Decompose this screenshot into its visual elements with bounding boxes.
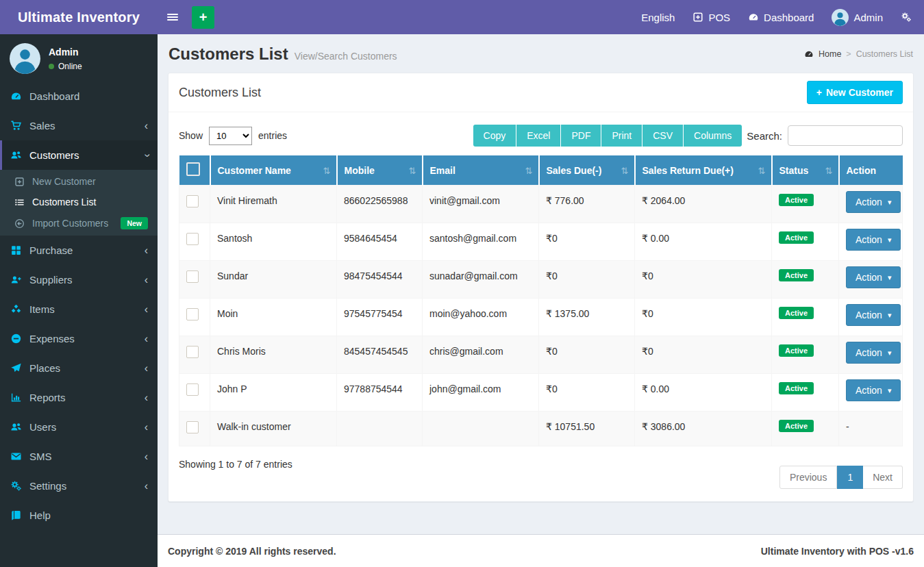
list-icon [14, 197, 25, 207]
sidebar-item-dashboard[interactable]: Dashboard [0, 81, 158, 111]
cell-email [423, 412, 539, 446]
chevron-left-icon: ‹ [145, 333, 148, 344]
new-customer-button[interactable]: + New Customer [807, 81, 903, 104]
sort-icon: ⇅ [323, 165, 331, 175]
sidebar-item-purchase[interactable]: Purchase ‹ [0, 236, 158, 265]
sidebar: Ultimate Inventory Admin Online Dashboar… [0, 0, 158, 567]
status-badge: Active [779, 231, 814, 244]
plus-square-icon [692, 12, 703, 23]
chevron-left-icon: ‹ [145, 392, 148, 403]
row-checkbox[interactable] [186, 421, 199, 433]
row-checkbox[interactable] [186, 233, 199, 245]
status-badge: Active [779, 307, 814, 319]
table-row: Sundar 98475454544 sunadar@gmail.com ₹0 … [179, 261, 903, 299]
column-mobile[interactable]: Mobile⇅ [337, 155, 423, 186]
copy-button[interactable]: Copy [473, 125, 516, 147]
print-button[interactable]: Print [601, 125, 642, 147]
cell-sales-return-due: ₹ 0.00 [635, 223, 772, 261]
breadcrumb: Home > Customers List [804, 49, 913, 59]
panel-title: Customers List [179, 86, 261, 100]
breadcrumb-home[interactable]: Home [819, 49, 841, 59]
sort-icon: ⇅ [621, 165, 629, 175]
sidebar-item-users[interactable]: Users ‹ [0, 412, 158, 442]
dashboard-icon [748, 12, 759, 23]
action-button[interactable]: Action▾ [846, 379, 901, 401]
sidebar-item-expenses[interactable]: Expenses ‹ [0, 324, 158, 353]
previous-page-button[interactable]: Previous [779, 466, 837, 489]
action-button[interactable]: Action▾ [846, 191, 901, 213]
table-row: Vinit Hiremath 866022565988 vinit@gmail.… [179, 186, 903, 223]
select-all-header[interactable] [179, 155, 210, 186]
caret-down-icon: ▾ [888, 236, 892, 244]
column-email[interactable]: Email⇅ [423, 155, 539, 186]
search-input[interactable] [788, 125, 903, 146]
row-checkbox[interactable] [186, 383, 199, 396]
sidebar-item-reports[interactable]: Reports ‹ [0, 383, 158, 412]
sidebar-subitem-import-customers[interactable]: Import Customers New [0, 212, 158, 234]
row-checkbox[interactable] [186, 195, 199, 207]
action-button[interactable]: Action▾ [846, 229, 901, 251]
sidebar-item-settings[interactable]: Settings ‹ [0, 471, 158, 501]
sidebar-item-sms[interactable]: SMS ‹ [0, 442, 158, 471]
sidebar-subitem-customers-list[interactable]: Customers List [0, 192, 158, 212]
cart-icon [10, 120, 22, 131]
sidebar-subitem-new-customer[interactable]: New Customer [0, 171, 158, 192]
action-button[interactable]: Action▾ [846, 342, 901, 364]
column-sales-return-due[interactable]: Sales Return Due(+)⇅ [635, 155, 772, 186]
column-sales-due[interactable]: Sales Due(-)⇅ [539, 155, 635, 186]
next-page-button[interactable]: Next [863, 466, 903, 489]
cell-sales-due: ₹ 1375.00 [539, 299, 635, 336]
row-checkbox[interactable] [186, 346, 199, 358]
sidebar-item-customers[interactable]: Customers ‹ [0, 140, 158, 170]
gears-icon [10, 480, 22, 492]
row-checkbox[interactable] [186, 270, 199, 283]
book-icon [10, 509, 22, 521]
plus-square-icon [14, 177, 25, 187]
select-all-checkbox[interactable] [186, 162, 200, 176]
action-button[interactable]: Action▾ [846, 304, 901, 326]
chevron-left-icon: ‹ [145, 304, 148, 315]
version-text: Ultimate Inventory with POS -v1.6 [761, 546, 914, 557]
nav-dashboard[interactable]: Dashboard [739, 0, 823, 34]
table-footer: Showing 1 to 7 of 7 entries Previous 1 N… [179, 456, 903, 489]
nav-language[interactable]: English [632, 0, 684, 34]
caret-down-icon: ▾ [888, 312, 892, 319]
sidebar-item-suppliers[interactable]: Suppliers ‹ [0, 265, 158, 294]
status-badge: Active [779, 382, 814, 394]
status-badge: Active [779, 194, 814, 206]
cell-sales-return-due: ₹0 [635, 261, 772, 299]
quick-add-button[interactable]: + [192, 6, 214, 29]
sort-icon: ⇅ [525, 165, 533, 175]
column-customer-name[interactable]: Customer Name⇅ [210, 155, 337, 186]
row-checkbox[interactable] [186, 308, 199, 320]
page-length-select[interactable]: 10 [209, 127, 252, 145]
brand-logo[interactable]: Ultimate Inventory [0, 0, 158, 34]
cell-sales-return-due: ₹0 [635, 336, 772, 374]
user-avatar [10, 43, 40, 74]
page-1-button[interactable]: 1 [837, 466, 863, 489]
caret-down-icon: ▾ [888, 387, 892, 394]
sidebar-item-help[interactable]: Help [0, 501, 158, 530]
nav-settings[interactable] [892, 0, 924, 34]
sort-icon: ⇅ [409, 165, 416, 175]
sidebar-item-items[interactable]: Items ‹ [0, 294, 158, 324]
sidebar-toggle-button[interactable] [158, 0, 188, 34]
status-badge: Active [779, 269, 814, 281]
search-label: Search: [747, 130, 782, 142]
csv-button[interactable]: CSV [642, 125, 683, 147]
cell-sales-return-due: ₹ 3086.00 [635, 412, 772, 446]
excel-button[interactable]: Excel [516, 125, 560, 147]
nav-user-menu[interactable]: Admin [823, 0, 892, 34]
sort-icon: ⇅ [825, 165, 833, 175]
gears-icon [901, 12, 912, 23]
sidebar-item-places[interactable]: Places ‹ [0, 353, 158, 383]
columns-button[interactable]: Columns [683, 125, 742, 147]
cell-sales-return-due: ₹ 2064.00 [635, 186, 772, 223]
pdf-button[interactable]: PDF [560, 125, 601, 147]
sidebar-item-sales[interactable]: Sales ‹ [0, 111, 158, 140]
new-badge: New [121, 217, 148, 229]
action-button[interactable]: Action▾ [846, 266, 901, 288]
column-status[interactable]: Status⇅ [772, 155, 839, 186]
nav-pos[interactable]: POS [684, 0, 739, 34]
cell-customer-name: Moin [210, 299, 337, 336]
